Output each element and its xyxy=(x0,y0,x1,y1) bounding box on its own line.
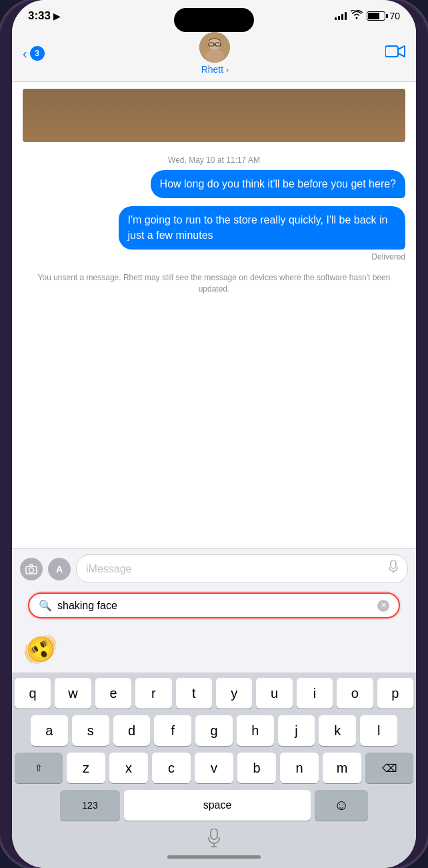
key-emoji[interactable]: ☺ xyxy=(315,790,368,821)
key-c[interactable]: c xyxy=(152,753,191,783)
home-bar-line xyxy=(167,855,261,859)
input-area: A iMessage 🔍 shaking face xyxy=(12,548,416,629)
keyboard: q w e r t y u i o p a s d f g h j k xyxy=(12,673,416,868)
key-h[interactable]: h xyxy=(237,715,274,746)
back-button[interactable]: ‹ 3 xyxy=(23,46,45,61)
emoji-result-row: 🫨 xyxy=(12,629,416,673)
key-p[interactable]: p xyxy=(377,678,413,709)
phone-frame: 3:33 ▶ 70 xyxy=(0,0,428,868)
avatar xyxy=(199,32,230,63)
back-chevron-icon: ‹ xyxy=(23,46,27,61)
key-b[interactable]: b xyxy=(237,753,276,783)
emoji-search-bar[interactable]: 🔍 shaking face ✕ xyxy=(28,592,400,618)
keyboard-mic-area xyxy=(15,823,413,851)
signal-bars-icon xyxy=(335,12,347,20)
emoji-search-input[interactable]: shaking face xyxy=(57,600,372,612)
contact-name[interactable]: Rhett › xyxy=(201,64,229,75)
keyboard-row-3: ⇧ z x c v b n m ⌫ xyxy=(15,753,413,783)
key-s[interactable]: s xyxy=(72,715,109,746)
status-time: 3:33 ▶ xyxy=(28,9,60,23)
phone-screen: 3:33 ▶ 70 xyxy=(12,0,416,868)
dynamic-island xyxy=(174,8,254,32)
battery-percent: 70 xyxy=(389,11,400,21)
sent-messages-group: How long do you think it'll be before yo… xyxy=(23,170,405,266)
message-placeholder: iMessage xyxy=(86,563,131,575)
time-display: 3:33 xyxy=(28,9,51,23)
nav-bar: ‹ 3 xyxy=(12,27,416,82)
keyboard-mic-icon xyxy=(207,829,221,847)
key-n[interactable]: n xyxy=(280,753,319,783)
unsent-notice: You unsent a message. Rhett may still se… xyxy=(36,272,392,295)
key-y[interactable]: y xyxy=(216,678,252,709)
home-bar xyxy=(15,851,413,865)
svg-marker-7 xyxy=(398,46,405,57)
input-row: A iMessage xyxy=(20,554,408,583)
messages-area: Wed, May 10 at 11:17 AM How long do you … xyxy=(12,82,416,548)
keyboard-row-4: 123 space ☺ xyxy=(15,790,413,821)
bar4 xyxy=(345,12,347,20)
wifi-icon xyxy=(351,10,363,22)
search-icon: 🔍 xyxy=(39,599,52,612)
message-input[interactable]: iMessage xyxy=(76,554,408,583)
svg-rect-6 xyxy=(385,46,398,57)
battery-icon xyxy=(367,11,385,21)
key-space[interactable]: space xyxy=(124,790,311,821)
key-o[interactable]: o xyxy=(337,678,373,709)
key-i[interactable]: i xyxy=(297,678,333,709)
keyboard-row-2: a s d f g h j k l xyxy=(15,715,413,746)
key-t[interactable]: t xyxy=(176,678,212,709)
timestamp: Wed, May 10 at 11:17 AM xyxy=(23,155,405,165)
mic-icon xyxy=(389,560,398,577)
key-q[interactable]: q xyxy=(15,678,51,709)
message-bubble-1: How long do you think it'll be before yo… xyxy=(151,170,405,198)
status-icons: 70 xyxy=(335,10,400,22)
location-icon: ▶ xyxy=(53,11,60,21)
camera-button[interactable] xyxy=(20,558,43,580)
key-shift[interactable]: ⇧ xyxy=(15,753,63,783)
emoji-search-container: 🔍 shaking face ✕ xyxy=(20,588,408,624)
message-bubble-2: I'm going to run to the store really qui… xyxy=(119,206,406,250)
svg-rect-10 xyxy=(391,560,396,568)
key-e[interactable]: e xyxy=(95,678,131,709)
nav-center[interactable]: Rhett › xyxy=(199,32,230,75)
video-call-button[interactable] xyxy=(385,44,405,63)
emoji-result-item[interactable]: 🫨 xyxy=(23,634,57,665)
key-123[interactable]: 123 xyxy=(60,790,120,821)
bar1 xyxy=(335,17,337,20)
back-badge: 3 xyxy=(30,46,45,61)
key-u[interactable]: u xyxy=(256,678,292,709)
key-g[interactable]: g xyxy=(195,715,233,746)
battery-tip xyxy=(386,14,388,18)
key-w[interactable]: w xyxy=(55,678,91,709)
delivered-status: Delivered xyxy=(371,252,405,262)
key-j[interactable]: j xyxy=(278,715,315,746)
bar2 xyxy=(338,16,340,20)
key-a[interactable]: a xyxy=(31,715,68,746)
key-l[interactable]: l xyxy=(360,715,397,746)
key-x[interactable]: x xyxy=(109,753,148,783)
svg-point-2 xyxy=(205,49,224,63)
key-d[interactable]: d xyxy=(113,715,151,746)
image-preview xyxy=(23,89,405,142)
key-r[interactable]: r xyxy=(135,678,171,709)
key-delete[interactable]: ⌫ xyxy=(365,753,413,783)
key-k[interactable]: k xyxy=(319,715,356,746)
bar3 xyxy=(341,14,343,20)
keyboard-row-1: q w e r t y u i o p xyxy=(15,678,413,709)
battery-fill xyxy=(368,13,379,19)
svg-rect-12 xyxy=(211,829,217,839)
svg-point-9 xyxy=(29,568,34,572)
apps-button[interactable]: A xyxy=(48,558,71,580)
key-f[interactable]: f xyxy=(154,715,191,746)
key-v[interactable]: v xyxy=(195,753,233,783)
key-z[interactable]: z xyxy=(67,753,105,783)
key-m[interactable]: m xyxy=(323,753,361,783)
search-clear-button[interactable]: ✕ xyxy=(377,600,389,612)
